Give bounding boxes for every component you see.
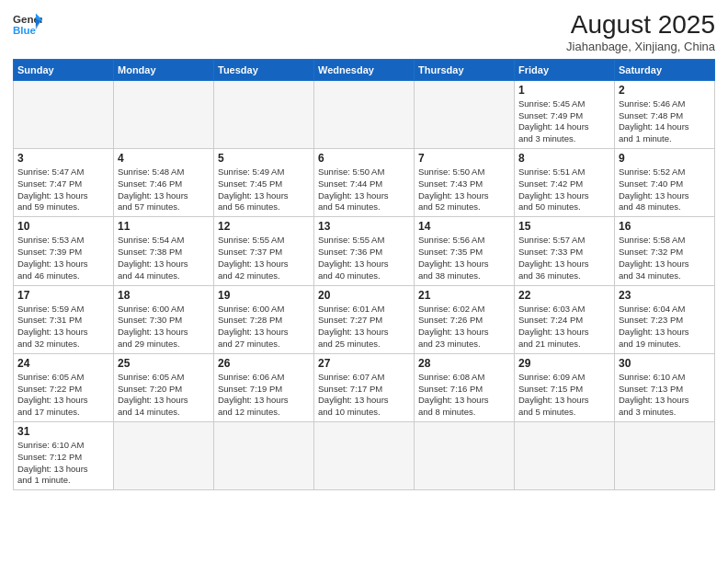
day-info: Sunrise: 6:02 AM Sunset: 7:26 PM Dayligh… bbox=[418, 304, 510, 350]
day-number: 27 bbox=[318, 357, 410, 370]
day-info: Sunrise: 6:10 AM Sunset: 7:12 PM Dayligh… bbox=[17, 440, 109, 487]
calendar-cell: 23Sunrise: 6:04 AM Sunset: 7:23 PM Dayli… bbox=[615, 285, 715, 353]
weekday-header-saturday: Saturday bbox=[615, 59, 715, 80]
calendar-cell: 5Sunrise: 5:49 AM Sunset: 7:45 PM Daylig… bbox=[214, 149, 314, 217]
weekday-header-sunday: Sunday bbox=[14, 59, 114, 80]
day-number: 14 bbox=[418, 220, 510, 233]
calendar-cell: 10Sunrise: 5:53 AM Sunset: 7:39 PM Dayli… bbox=[14, 217, 114, 285]
calendar-cell bbox=[615, 422, 715, 490]
day-info: Sunrise: 5:59 AM Sunset: 7:31 PM Dayligh… bbox=[17, 304, 109, 350]
calendar-cell: 19Sunrise: 6:00 AM Sunset: 7:28 PM Dayli… bbox=[214, 285, 314, 353]
day-number: 18 bbox=[118, 289, 210, 302]
day-number: 31 bbox=[17, 425, 109, 438]
calendar-cell: 1Sunrise: 5:45 AM Sunset: 7:49 PM Daylig… bbox=[515, 80, 615, 148]
day-info: Sunrise: 5:52 AM Sunset: 7:40 PM Dayligh… bbox=[619, 167, 711, 213]
calendar-cell bbox=[114, 422, 214, 490]
day-number: 21 bbox=[418, 289, 510, 302]
calendar-cell: 8Sunrise: 5:51 AM Sunset: 7:42 PM Daylig… bbox=[515, 149, 615, 217]
day-info: Sunrise: 6:08 AM Sunset: 7:16 PM Dayligh… bbox=[418, 372, 510, 419]
calendar-cell bbox=[14, 80, 114, 148]
calendar-cell: 7Sunrise: 5:50 AM Sunset: 7:43 PM Daylig… bbox=[415, 149, 515, 217]
day-info: Sunrise: 5:50 AM Sunset: 7:43 PM Dayligh… bbox=[418, 167, 510, 213]
weekday-header-tuesday: Tuesday bbox=[214, 59, 314, 80]
day-info: Sunrise: 5:55 AM Sunset: 7:36 PM Dayligh… bbox=[318, 235, 410, 282]
calendar-cell: 30Sunrise: 6:10 AM Sunset: 7:13 PM Dayli… bbox=[615, 353, 715, 421]
day-number: 9 bbox=[619, 152, 711, 165]
day-number: 17 bbox=[17, 289, 109, 302]
day-info: Sunrise: 6:00 AM Sunset: 7:28 PM Dayligh… bbox=[218, 304, 310, 350]
day-number: 11 bbox=[118, 220, 210, 233]
calendar-cell: 17Sunrise: 5:59 AM Sunset: 7:31 PM Dayli… bbox=[14, 285, 114, 353]
logo-icon: General Blue bbox=[13, 11, 42, 37]
calendar-row-1: 3Sunrise: 5:47 AM Sunset: 7:47 PM Daylig… bbox=[14, 149, 715, 217]
calendar-cell bbox=[415, 80, 515, 148]
calendar-cell bbox=[214, 80, 314, 148]
title-block: August 2025 Jiahanbage, Xinjiang, China bbox=[566, 11, 715, 53]
weekday-header-thursday: Thursday bbox=[415, 59, 515, 80]
logo: General Blue bbox=[13, 11, 42, 37]
weekday-header-row: SundayMondayTuesdayWednesdayThursdayFrid… bbox=[14, 59, 715, 80]
calendar-page: General Blue August 2025 Jiahanbage, Xin… bbox=[0, 0, 728, 563]
calendar-cell: 3Sunrise: 5:47 AM Sunset: 7:47 PM Daylig… bbox=[14, 149, 114, 217]
day-number: 28 bbox=[418, 357, 510, 370]
day-info: Sunrise: 5:46 AM Sunset: 7:48 PM Dayligh… bbox=[619, 98, 711, 145]
day-number: 24 bbox=[17, 357, 109, 370]
day-number: 7 bbox=[418, 152, 510, 165]
day-info: Sunrise: 6:05 AM Sunset: 7:20 PM Dayligh… bbox=[118, 372, 210, 419]
calendar-cell: 6Sunrise: 5:50 AM Sunset: 7:44 PM Daylig… bbox=[314, 149, 415, 217]
calendar-cell: 22Sunrise: 6:03 AM Sunset: 7:24 PM Dayli… bbox=[515, 285, 615, 353]
calendar-cell: 18Sunrise: 6:00 AM Sunset: 7:30 PM Dayli… bbox=[114, 285, 214, 353]
day-info: Sunrise: 5:48 AM Sunset: 7:46 PM Dayligh… bbox=[118, 167, 210, 213]
day-number: 5 bbox=[218, 152, 310, 165]
day-info: Sunrise: 6:10 AM Sunset: 7:13 PM Dayligh… bbox=[619, 372, 711, 419]
day-number: 10 bbox=[17, 220, 109, 233]
calendar-cell: 2Sunrise: 5:46 AM Sunset: 7:48 PM Daylig… bbox=[615, 80, 715, 148]
calendar-cell: 16Sunrise: 5:58 AM Sunset: 7:32 PM Dayli… bbox=[615, 217, 715, 285]
day-number: 6 bbox=[318, 152, 410, 165]
calendar-row-0: 1Sunrise: 5:45 AM Sunset: 7:49 PM Daylig… bbox=[14, 80, 715, 148]
weekday-header-monday: Monday bbox=[114, 59, 214, 80]
day-info: Sunrise: 6:07 AM Sunset: 7:17 PM Dayligh… bbox=[318, 372, 410, 419]
day-info: Sunrise: 5:47 AM Sunset: 7:47 PM Dayligh… bbox=[17, 167, 109, 213]
day-info: Sunrise: 5:51 AM Sunset: 7:42 PM Dayligh… bbox=[518, 167, 610, 213]
calendar-cell: 12Sunrise: 5:55 AM Sunset: 7:37 PM Dayli… bbox=[214, 217, 314, 285]
day-number: 3 bbox=[17, 152, 109, 165]
location: Jiahanbage, Xinjiang, China bbox=[566, 40, 715, 53]
day-info: Sunrise: 6:03 AM Sunset: 7:24 PM Dayligh… bbox=[518, 304, 610, 350]
day-number: 26 bbox=[218, 357, 310, 370]
header: General Blue August 2025 Jiahanbage, Xin… bbox=[13, 11, 715, 53]
calendar-table: SundayMondayTuesdayWednesdayThursdayFrid… bbox=[13, 59, 715, 491]
day-info: Sunrise: 6:06 AM Sunset: 7:19 PM Dayligh… bbox=[218, 372, 310, 419]
day-number: 25 bbox=[118, 357, 210, 370]
calendar-row-5: 31Sunrise: 6:10 AM Sunset: 7:12 PM Dayli… bbox=[14, 422, 715, 490]
day-number: 12 bbox=[218, 220, 310, 233]
calendar-cell: 24Sunrise: 6:05 AM Sunset: 7:22 PM Dayli… bbox=[14, 353, 114, 421]
day-info: Sunrise: 5:56 AM Sunset: 7:35 PM Dayligh… bbox=[418, 235, 510, 282]
calendar-row-4: 24Sunrise: 6:05 AM Sunset: 7:22 PM Dayli… bbox=[14, 353, 715, 421]
day-info: Sunrise: 5:45 AM Sunset: 7:49 PM Dayligh… bbox=[518, 98, 610, 145]
calendar-cell: 4Sunrise: 5:48 AM Sunset: 7:46 PM Daylig… bbox=[114, 149, 214, 217]
day-info: Sunrise: 6:00 AM Sunset: 7:30 PM Dayligh… bbox=[118, 304, 210, 350]
day-number: 20 bbox=[318, 289, 410, 302]
day-number: 2 bbox=[619, 84, 711, 97]
calendar-cell: 13Sunrise: 5:55 AM Sunset: 7:36 PM Dayli… bbox=[314, 217, 415, 285]
calendar-cell: 27Sunrise: 6:07 AM Sunset: 7:17 PM Dayli… bbox=[314, 353, 415, 421]
day-info: Sunrise: 5:57 AM Sunset: 7:33 PM Dayligh… bbox=[518, 235, 610, 282]
day-info: Sunrise: 5:55 AM Sunset: 7:37 PM Dayligh… bbox=[218, 235, 310, 282]
day-number: 23 bbox=[619, 289, 711, 302]
month-title: August 2025 bbox=[566, 11, 715, 40]
day-info: Sunrise: 5:58 AM Sunset: 7:32 PM Dayligh… bbox=[619, 235, 711, 282]
day-number: 16 bbox=[619, 220, 711, 233]
calendar-cell: 9Sunrise: 5:52 AM Sunset: 7:40 PM Daylig… bbox=[615, 149, 715, 217]
weekday-header-friday: Friday bbox=[515, 59, 615, 80]
day-number: 1 bbox=[518, 84, 610, 97]
calendar-cell bbox=[114, 80, 214, 148]
calendar-cell bbox=[214, 422, 314, 490]
day-number: 8 bbox=[518, 152, 610, 165]
day-info: Sunrise: 5:50 AM Sunset: 7:44 PM Dayligh… bbox=[318, 167, 410, 213]
calendar-cell: 21Sunrise: 6:02 AM Sunset: 7:26 PM Dayli… bbox=[415, 285, 515, 353]
calendar-cell: 26Sunrise: 6:06 AM Sunset: 7:19 PM Dayli… bbox=[214, 353, 314, 421]
calendar-cell bbox=[314, 422, 415, 490]
calendar-row-2: 10Sunrise: 5:53 AM Sunset: 7:39 PM Dayli… bbox=[14, 217, 715, 285]
day-info: Sunrise: 6:04 AM Sunset: 7:23 PM Dayligh… bbox=[619, 304, 711, 350]
